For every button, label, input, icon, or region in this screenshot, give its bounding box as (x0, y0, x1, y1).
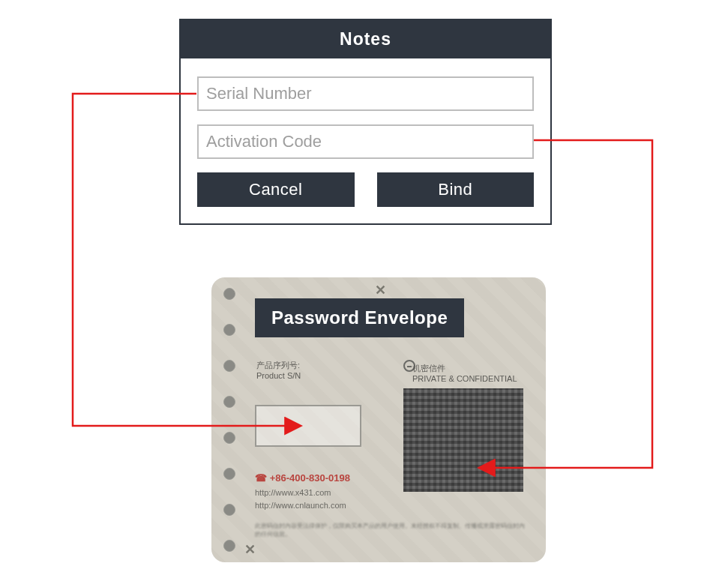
envelope-title-badge: Password Envelope (255, 298, 464, 337)
product-sn-label-line: 产品序列号: (256, 360, 301, 370)
bind-button[interactable]: Bind (377, 172, 535, 207)
binder-hole (223, 504, 235, 516)
dialog-title: Notes (181, 20, 550, 58)
perforation-mark: ✕ (375, 282, 386, 298)
perforation-mark: ✕ (244, 541, 256, 558)
binder-hole (223, 396, 235, 408)
url-line: http://www.x431.com (255, 487, 350, 500)
dialog-body: Cancel Bind (181, 58, 550, 223)
phone-number-text: +86-400-830-0198 (270, 472, 350, 484)
binder-hole (223, 468, 235, 480)
binder-hole (223, 288, 235, 300)
confidential-label-line: PRIVATE & CONFIDENTIAL (412, 373, 517, 384)
serial-number-area (255, 405, 361, 447)
confidential-label: 机密信件 PRIVATE & CONFIDENTIAL (412, 363, 517, 385)
binder-hole (223, 540, 235, 552)
binder-hole (223, 360, 235, 372)
contact-info: ☎ +86-400-830-0198 http://www.x431.com h… (255, 471, 350, 513)
confidential-label-line: 机密信件 (412, 363, 517, 373)
notes-dialog: Notes Cancel Bind (179, 19, 552, 225)
binder-hole (223, 432, 235, 444)
product-sn-label: 产品序列号: Product S/N (256, 360, 301, 382)
url-line: http://www.cnlaunch.com (255, 499, 350, 513)
cancel-button[interactable]: Cancel (197, 172, 355, 207)
password-envelope-image: ✕ ✕ Password Envelope 产品序列号: Product S/N… (211, 277, 546, 562)
product-sn-label-line: Product S/N (256, 370, 301, 381)
activation-code-scratch-area (403, 388, 523, 492)
binder-holes (223, 288, 237, 552)
fineprint-text: 此密码信封内容受法律保护，仅限购买本产品的用户使用。未经授权不得复制、传播或泄露… (255, 522, 528, 538)
button-row: Cancel Bind (197, 172, 534, 207)
binder-hole (223, 324, 235, 336)
phone-number: ☎ +86-400-830-0198 (255, 471, 350, 487)
activation-code-input[interactable] (197, 124, 534, 159)
serial-number-input[interactable] (197, 76, 534, 111)
